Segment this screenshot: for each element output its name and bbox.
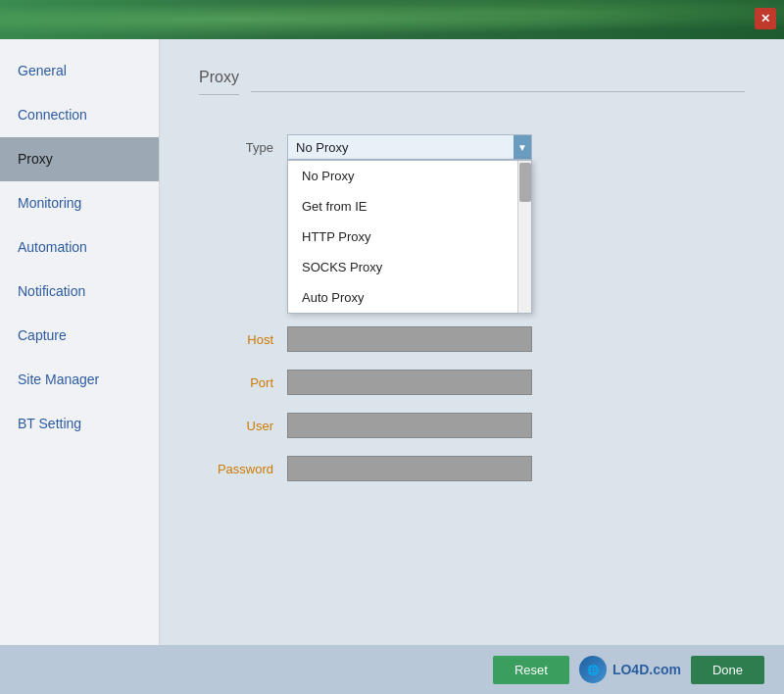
sidebar-item-proxy[interactable]: Proxy [0,137,159,181]
content-area: General Connection Proxy Monitoring Auto… [0,39,784,645]
port-row: Port [199,370,745,395]
sidebar-item-automation[interactable]: Automation [0,225,159,270]
main-content: Proxy Type No Proxy ▼ No P [160,39,784,645]
logo-area: 🌐 LO4D.com [579,656,681,683]
done-button[interactable]: Done [691,656,764,684]
sidebar-item-capture[interactable]: Capture [0,314,159,358]
password-input[interactable] [287,456,532,481]
type-dropdown[interactable]: No Proxy ▼ [287,134,532,160]
type-dropdown-value: No Proxy [296,140,348,155]
port-input[interactable] [287,370,532,395]
type-label: Type [199,140,287,155]
password-label: Password [199,462,287,476]
title-bar: ✕ [0,0,784,39]
type-dropdown-container: No Proxy ▼ No Proxy Get from IE [287,134,532,160]
host-input[interactable] [287,326,532,352]
type-row: Type No Proxy ▼ No Proxy Get fro [199,134,745,160]
host-row: Host [199,326,745,352]
sidebar-item-general[interactable]: General [0,49,159,93]
dropdown-option-get-from-ie[interactable]: Get from IE [288,191,531,222]
sidebar-item-notification[interactable]: Notification [0,270,159,314]
host-label: Host [199,332,287,347]
user-label: User [199,419,287,433]
dropdown-scroll-thumb [519,163,531,202]
close-button[interactable]: ✕ [755,8,776,29]
footer-bar: Reset 🌐 LO4D.com Done [0,645,784,694]
sidebar-item-bt-setting[interactable]: BT Setting [0,402,159,446]
reset-button[interactable]: Reset [493,656,569,684]
separator [251,91,745,92]
password-row: Password [199,456,745,481]
sidebar-item-site-manager[interactable]: Site Manager [0,358,159,402]
dropdown-option-socks-proxy[interactable]: SOCKS Proxy [288,252,531,282]
sidebar-item-connection[interactable]: Connection [0,93,159,137]
user-input[interactable] [287,413,532,438]
title-bar-background [0,0,784,39]
logo-icon: 🌐 [579,656,607,683]
dropdown-option-auto-proxy[interactable]: Auto Proxy [288,282,531,313]
dropdown-arrow-icon: ▼ [514,135,531,159]
logo-text: LO4D.com [612,662,681,677]
sidebar: General Connection Proxy Monitoring Auto… [0,39,160,645]
type-dropdown-list: No Proxy Get from IE HTTP Proxy SOCKS Pr… [287,160,532,314]
dropdown-scrollbar[interactable] [517,161,531,313]
section-title: Proxy [199,69,239,95]
sidebar-item-monitoring[interactable]: Monitoring [0,181,159,225]
user-row: User [199,413,745,438]
section-title-row: Proxy [199,69,745,115]
dropdown-option-http-proxy[interactable]: HTTP Proxy [288,222,531,252]
proxy-form: Type No Proxy ▼ No Proxy Get fro [199,134,745,481]
app-window: ✕ General Connection Proxy Monitoring Au… [0,0,784,694]
port-label: Port [199,375,287,390]
dropdown-option-no-proxy[interactable]: No Proxy [288,161,531,191]
